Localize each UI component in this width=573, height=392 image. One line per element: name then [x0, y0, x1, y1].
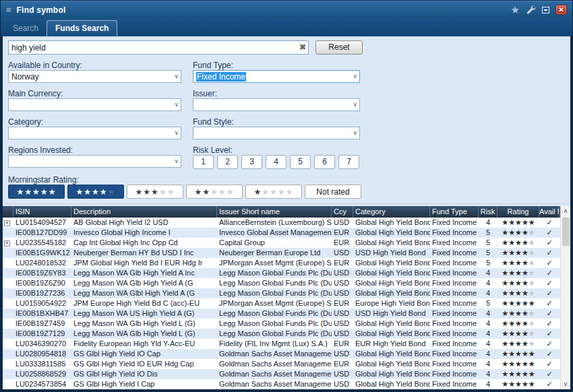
risk-level-button-4[interactable]: 4 [266, 155, 286, 169]
star-icon: ★ [529, 269, 535, 277]
expand-plus-icon[interactable]: + [4, 220, 10, 226]
favorite-icon[interactable]: ★ [511, 5, 520, 15]
cell-isin: LU0234573854 [13, 379, 71, 389]
table-row[interactable]: LU0258868529GS Glbl High Yield IO DisGol… [3, 369, 560, 379]
cell-risk: 4 [479, 308, 497, 319]
cell-fund-type: Fixed Income [430, 319, 479, 329]
rating-filter-not-rated-button[interactable]: Not rated [305, 185, 361, 199]
cell-rating: ★★★★★ [497, 288, 539, 298]
table-row[interactable]: IE00B19Z6Z90Legg Mason WA Glb High Yield… [3, 278, 560, 288]
risk-level-button-1[interactable]: 1 [193, 155, 214, 169]
cell-ccy: USD [332, 319, 353, 329]
table-row[interactable]: LU0280954818GS Glbl High Yield IO CapGol… [3, 349, 560, 359]
rating-filter-2-star-button[interactable]: ★★★★★ [186, 185, 243, 199]
column-header-fund-type[interactable]: Fund Type [430, 206, 479, 218]
column-header-description[interactable]: Description [71, 206, 217, 218]
table-row[interactable]: LU0159054922JPM Europe High Yield Bd C (… [3, 298, 560, 308]
cell-isin: IE00B1G9WK12 [13, 248, 71, 258]
table-row[interactable]: LU0234573854GS Glbl High Yield I CapGold… [3, 379, 560, 389]
cell-rating: ★★★★★ [497, 218, 539, 228]
star-icon: ★★★★ [502, 289, 528, 297]
table-row[interactable]: IE00B19Z7236Legg Mason WA Glbl High Yiel… [3, 288, 560, 298]
cell-fund-type: Fixed Income [430, 278, 479, 288]
table-row[interactable]: +LU0235545182Cap Int Global High Inc Opp… [3, 238, 560, 248]
table-row[interactable]: IE00B19Z6Y83Legg Mason WA Glb High Yield… [3, 268, 560, 278]
fund-type-filter-value: Fixed Income [196, 72, 246, 81]
cell-isin: IE00B19Z7236 [13, 288, 71, 298]
cell-isin: LU0248018532 [13, 258, 71, 268]
table-row[interactable]: +LU0154094527AB Global High Yield I2 USD… [3, 218, 560, 228]
risk-level-button-7[interactable]: 7 [338, 155, 359, 169]
settings-wrench-icon[interactable] [526, 5, 536, 15]
fund-type-filter-dropdown[interactable]: Fixed Income ∨ [193, 70, 360, 83]
risk-level-button-3[interactable]: 3 [241, 155, 262, 169]
rating-filter-4-star-button[interactable]: ★★★★★ [67, 185, 124, 199]
tab-search[interactable]: Search [5, 21, 47, 36]
cell-rating: ★★★★★ [497, 228, 539, 238]
cell-fund-type: Fixed Income [430, 298, 479, 308]
cell-ccy: EUR [332, 359, 353, 369]
column-header-ccy[interactable]: Ccy [332, 206, 353, 218]
risk-level-button-6[interactable]: 6 [314, 155, 335, 169]
star-icon: ★ [529, 319, 535, 327]
cell-description: Legg Mason WA Glb High Yield L (G) [71, 319, 217, 329]
expand-plus-icon[interactable]: + [4, 240, 10, 247]
risk-level-button-5[interactable]: 5 [290, 155, 311, 169]
cell-fund-type: Fixed Income [430, 329, 479, 339]
cell-risk: 4 [479, 379, 497, 389]
cell-category: Global High Yield Bond [353, 268, 430, 278]
window-menu-icon[interactable]: ≡ [6, 5, 11, 15]
chevron-down-icon: ∨ [353, 102, 357, 108]
cell-avail: ✓ [539, 288, 560, 298]
column-header-category[interactable]: Category [353, 206, 430, 218]
close-icon[interactable]: ✕ [555, 5, 567, 15]
table-row[interactable]: IE00B19Z7129Legg Mason WA Glb High Yield… [3, 329, 560, 339]
column-header-avail-n[interactable]: Avail N [539, 206, 560, 218]
issuer-filter-dropdown[interactable]: ∨ [193, 98, 360, 111]
vertical-scrollbar[interactable]: ∧ ∨ [560, 206, 570, 389]
cell-issuer: Capital Group [217, 238, 332, 248]
scrollbar-thumb[interactable] [562, 218, 570, 246]
chevron-down-icon: ∨ [174, 73, 179, 79]
country-filter-dropdown[interactable]: Norway ∨ [8, 70, 181, 83]
restore-window-icon[interactable] [542, 7, 549, 13]
table-row[interactable]: IE00B1BXHB47Legg Mason WA US High Yield … [3, 308, 560, 319]
title-bar[interactable]: ≡ Find symbol ★ ✕ [1, 1, 572, 18]
table-row[interactable]: LU0333811585GS Glbl High Yield IO EUR Hd… [3, 359, 560, 369]
star-icon: ★★★★ [502, 279, 528, 287]
regions-filter-dropdown[interactable]: ∨ [8, 155, 181, 168]
category-filter-dropdown[interactable]: ∨ [8, 127, 181, 139]
column-header-issuer-short-name[interactable]: Issuer Short name [217, 206, 332, 218]
cell-ccy: EUR [332, 238, 353, 248]
table-row[interactable]: LU0346390270Fidelity European High Yld Y… [3, 339, 560, 349]
column-header-isin[interactable]: ISIN [13, 206, 71, 218]
column-header-risk[interactable]: Risk [479, 206, 497, 218]
scroll-down-icon[interactable]: ∨ [561, 379, 570, 389]
star-icon: ★ [529, 259, 535, 267]
star-icon: ★★★★★ [502, 299, 535, 307]
tab-funds-search[interactable]: Funds Search [47, 20, 117, 36]
cell-issuer: Legg Mason Global Funds Plc (Dublin [217, 278, 332, 288]
table-row[interactable]: IE00B127DD99Invesco Global High Income I… [3, 228, 560, 238]
table-row[interactable]: IE00B19Z7459Legg Mason WA Glb High Yield… [3, 319, 560, 329]
rating-filter-3-star-button[interactable]: ★★★★★ [127, 185, 183, 199]
cell-ccy: EUR [332, 339, 353, 349]
table-row[interactable]: LU0248018532JPM Global High Yield Bd I E… [3, 258, 560, 268]
rating-filter-5-star-button[interactable]: ★★★★★ [8, 185, 65, 199]
column-header-rating[interactable]: Rating [497, 206, 539, 218]
cell-description: GS Glbl High Yield IO Cap [71, 349, 217, 359]
star-icon: ★★★★ [502, 228, 528, 236]
issuer-filter-label: Issuer: [193, 89, 360, 98]
rating-filter-1-star-button[interactable]: ★★★★★ [245, 185, 302, 199]
main-currency-filter-dropdown[interactable]: ∨ [8, 98, 181, 111]
cell-avail: ✓ [539, 359, 560, 369]
table-row[interactable]: IE00B1G9WK12Neuberger Berman HY Bd USD I… [3, 248, 560, 258]
risk-level-button-2[interactable]: 2 [217, 155, 238, 169]
fund-style-filter-dropdown[interactable]: ∨ [193, 127, 360, 139]
scroll-up-icon[interactable]: ∧ [561, 206, 570, 216]
clear-search-icon[interactable]: ✖ [299, 42, 306, 52]
reset-button[interactable]: Reset [315, 40, 363, 55]
cell-expand: + [3, 238, 13, 248]
search-input[interactable] [8, 40, 309, 55]
cell-expand: + [3, 218, 13, 228]
